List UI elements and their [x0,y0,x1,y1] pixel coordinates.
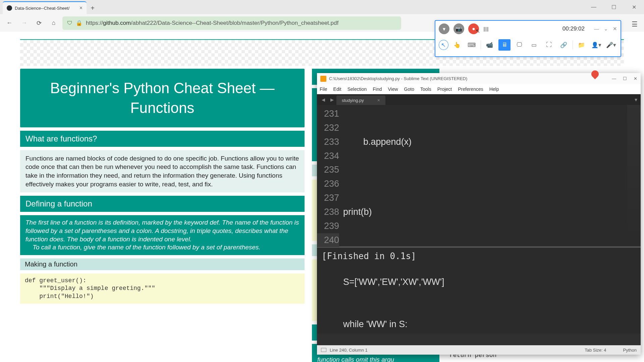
camera-icon[interactable]: 📷 [453,23,464,34]
menu-project[interactable]: Project [437,86,452,92]
lock-icon: 🔒 [76,20,83,26]
menu-goto[interactable]: Goto [404,86,414,92]
minimap[interactable] [627,105,641,246]
minimize-icon[interactable]: — [584,0,604,14]
section-head: What are functions? [20,131,305,147]
chevron-down-icon[interactable]: ▾ [631,97,641,103]
sublime-title: C:\Users\18302\Desktop\studying.py - Sub… [329,76,467,81]
section-head: Defining a function [20,196,305,212]
url-text: https://github.com/abhat222/Data-Science… [86,20,338,26]
sublime-window-controls: — ☐ ✕ [612,76,637,81]
link-icon[interactable]: 🔗 [558,39,570,51]
minimize-icon[interactable]: — [612,76,616,81]
monitor-icon[interactable]: 🖵 [513,39,525,51]
section-sub: Making a function [20,258,305,270]
close-window-icon[interactable]: ✕ [624,0,644,14]
screen-icon[interactable]: 🖥 [498,39,511,51]
menu-view[interactable]: View [388,86,398,92]
url-bar[interactable]: 🛡 🔒 https://github.com/abhat222/Data-Sci… [62,16,401,30]
panel-icon[interactable] [321,348,326,352]
folder-icon[interactable]: 📁 [576,39,588,51]
editor-tab[interactable]: studying.py × [336,96,385,105]
close-icon[interactable]: ✕ [634,76,637,81]
divider [573,41,573,49]
section-note: The first line of a function is its defi… [20,215,305,255]
dropdown-icon[interactable]: ▾ [439,23,449,34]
window-controls: — ☐ ✕ [584,0,644,14]
tab-label: studying.py [342,98,364,103]
sublime-menu: File Edit Selection Find View Goto Tools… [317,84,641,94]
status-position[interactable]: Line 240, Column 1 [330,348,368,353]
menu-file[interactable]: File [320,86,327,92]
sublime-tabs: ◀ ▶ studying.py × ▾ [317,94,641,105]
github-icon [7,5,12,11]
divider [481,41,481,49]
recorder-toolbar: ↖ 👆 ⌨ 📹 🖥 🖵 ▭ ⛶ 🔗 📁 👤▾ 🎤▾ [435,37,621,53]
sublime-window: C:\Users\18302\Desktop\studying.py - Sub… [317,73,641,355]
cursor-icon: ↖ [476,28,480,34]
recorder-end: — ⌄ ✕ [594,26,617,32]
status-tabsize[interactable]: Tab Size: 4 [585,348,606,353]
sublime-icon [320,76,326,82]
maximize-icon[interactable]: ☐ [623,76,627,81]
tab-nav-fwd[interactable]: ▶ [328,97,336,102]
status-bar: Line 240, Column 1 Tab Size: 4 Python [317,345,641,355]
tab-title: Data-Science--Cheat-Sheet/ [15,6,69,11]
forward-button[interactable]: → [18,17,30,29]
line-gutter: 231 232 233 234 235 236 237 238 239 240 [317,105,343,246]
keyboard-tool[interactable]: ⌨ [466,39,478,51]
menu-selection[interactable]: Selection [347,86,367,92]
pointer-tool[interactable]: 👆 [451,39,463,51]
close-tab-icon[interactable]: × [79,5,83,11]
minimize-icon[interactable]: — [594,26,599,32]
maximize-icon[interactable]: ☐ [604,0,624,14]
section-body: Functions are named blocks of code desig… [20,150,305,193]
recorder-time: 00:29:02 [562,25,585,32]
back-button[interactable]: ← [3,17,15,29]
pause-button[interactable]: ▮▮ [483,25,488,33]
home-button[interactable]: ⌂ [48,17,60,29]
menu-button[interactable]: ☰ [628,17,641,31]
close-tab-icon[interactable]: × [377,98,380,103]
cursor-tool[interactable]: ↖ [439,40,448,50]
browser-tab[interactable]: Data-Science--Cheat-Sheet/ × [3,1,87,14]
person-icon[interactable]: 👤▾ [590,39,602,51]
window-icon[interactable]: ▭ [528,39,540,51]
mic-icon[interactable]: 🎤▾ [605,39,617,51]
editor-area[interactable]: 231 232 233 234 235 236 237 238 239 240 … [317,105,641,246]
new-tab-button[interactable]: + [87,2,99,14]
tab-bar: Data-Science--Cheat-Sheet/ × + [0,0,644,14]
menu-find[interactable]: Find [373,86,382,92]
webcam-icon[interactable]: 📹 [484,39,496,51]
menu-tools[interactable]: Tools [420,86,431,92]
close-icon[interactable]: ✕ [613,26,617,32]
fullscreen-icon[interactable]: ⛶ [543,39,555,51]
pdf-title: Beginner's Python Cheat Sheet — Function… [20,69,305,127]
menu-help[interactable]: Help [489,86,499,92]
screen-recorder: ▾ 📷 ● ▮▮ 00:29:02 — ⌄ ✕ ↖ 👆 ⌨ 📹 🖥 🖵 ▭ ⛶ … [435,20,621,57]
tab-nav-back[interactable]: ◀ [319,97,328,102]
status-language[interactable]: Python [623,348,637,353]
pdf-col-left: Beginner's Python Cheat Sheet — Function… [20,69,305,362]
reload-button[interactable]: ⟳ [33,17,45,29]
code-block: def greet_user(): """Display a simple gr… [20,274,305,304]
menu-preferences[interactable]: Preferences [458,86,483,92]
chevron-down-icon[interactable]: ⌄ [604,26,608,32]
menu-edit[interactable]: Edit [333,86,341,92]
recorder-row-1: ▾ 📷 ● ▮▮ 00:29:02 — ⌄ ✕ [435,21,621,37]
code-content[interactable]: b.append(x) print(b) S=['WW','EW','XW','… [343,105,641,246]
shield-icon: 🛡 [67,20,72,26]
